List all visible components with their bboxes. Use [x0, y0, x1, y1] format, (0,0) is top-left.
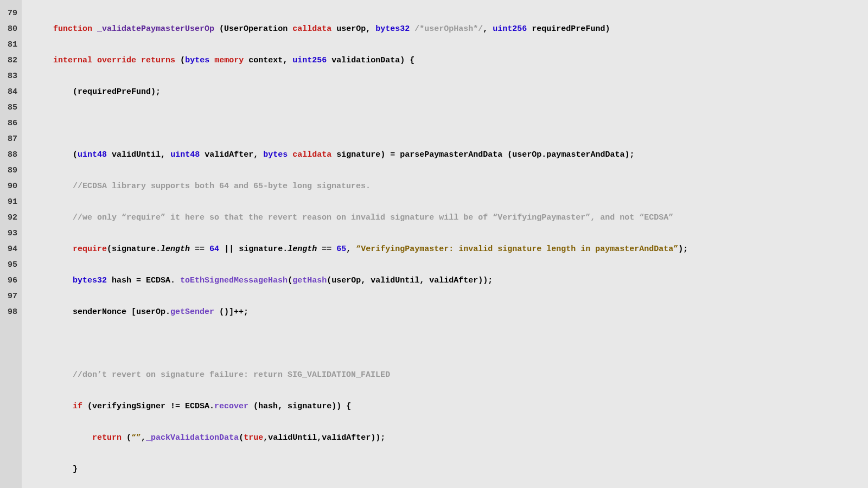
line-number: 92 — [8, 210, 17, 226]
line-number: 90 — [8, 178, 17, 194]
line-number: 80 — [8, 21, 17, 37]
line-number: 83 — [8, 68, 17, 84]
line-number: 82 — [8, 53, 17, 68]
code-line: bytes32 hash = ECDSA. toEthSignedMessage… — [53, 273, 859, 288]
code-line: (uint48 validUntil, uint48 validAfter, b… — [53, 147, 859, 163]
line-number: 79 — [8, 5, 17, 21]
code-content: function _validatePaymasterUserOp (UserO… — [22, 0, 868, 488]
line-number: 94 — [8, 241, 17, 257]
code-line: function _validatePaymasterUserOp (UserO… — [53, 21, 859, 37]
code-line: return (“”,_packValidationData(true,vali… — [53, 430, 859, 446]
code-line: //we only “require” it here so that the … — [53, 210, 859, 226]
code-line: //ECDSA library supports both 64 and 65-… — [53, 178, 859, 194]
code-line — [53, 115, 859, 131]
code-line — [53, 336, 859, 351]
code-line: require(signature.length == 64 || signat… — [53, 241, 859, 257]
line-number: 98 — [8, 304, 17, 320]
code-line: if (verifyingSigner != ECDSA.recover (ha… — [53, 399, 859, 414]
line-number: 93 — [8, 226, 17, 241]
code-line: senderNonce [userOp.getSender ()]++; — [53, 304, 859, 320]
line-number-gutter: 79 80 81 82 83 84 85 86 87 88 89 90 91 9… — [0, 0, 22, 488]
line-number: 85 — [8, 100, 17, 115]
code-block: 79 80 81 82 83 84 85 86 87 88 89 90 91 9… — [0, 0, 868, 488]
line-number: 86 — [8, 115, 17, 131]
line-number: 87 — [8, 131, 17, 147]
line-number: 95 — [8, 257, 17, 273]
line-number: 96 — [8, 273, 17, 288]
code-line: //don’t revert on signature failure: ret… — [53, 367, 859, 383]
code-line: internal override returns (bytes memory … — [53, 53, 859, 68]
line-number: 91 — [8, 194, 17, 210]
line-number: 89 — [8, 163, 17, 178]
line-number: 97 — [8, 288, 17, 304]
line-number: 84 — [8, 84, 17, 100]
line-number: 88 — [8, 147, 17, 163]
line-number: 81 — [8, 37, 17, 53]
code-line: (requiredPreFund); — [53, 84, 859, 100]
code-line: } — [53, 461, 859, 477]
